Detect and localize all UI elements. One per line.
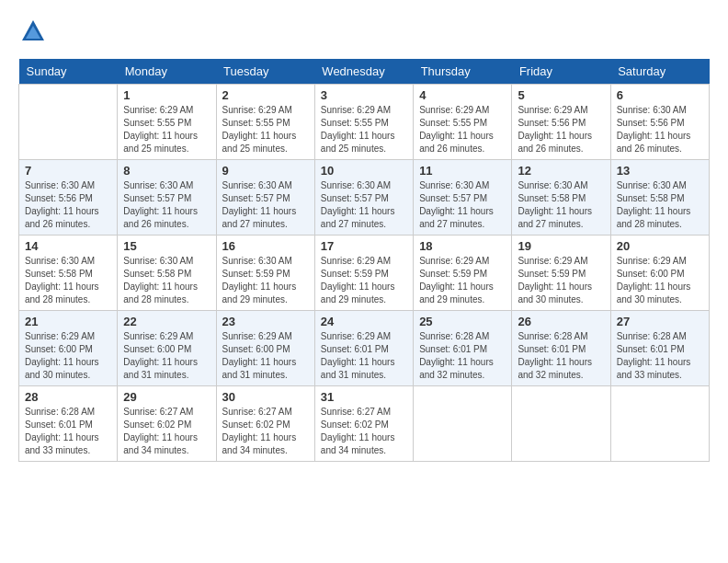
day-number: 27 (617, 315, 703, 328)
logo-icon (20, 18, 46, 44)
calendar-cell: 1Sunrise: 6:29 AM Sunset: 5:55 PM Daylig… (118, 85, 216, 160)
day-number: 24 (321, 315, 407, 328)
day-number: 14 (25, 239, 111, 253)
day-sun-info: Sunrise: 6:30 AM Sunset: 5:58 PM Dayligh… (123, 255, 210, 306)
day-number: 28 (25, 390, 111, 404)
day-of-week-header: Tuesday (216, 59, 314, 85)
day-sun-info: Sunrise: 6:28 AM Sunset: 6:01 PM Dayligh… (617, 330, 703, 382)
day-number: 2 (222, 88, 309, 102)
day-number: 23 (222, 315, 309, 328)
calendar-cell: 10Sunrise: 6:30 AM Sunset: 5:57 PM Dayli… (314, 160, 413, 236)
calendar-week-row: 28Sunrise: 6:28 AM Sunset: 6:01 PM Dayli… (19, 386, 710, 462)
day-sun-info: Sunrise: 6:29 AM Sunset: 5:55 PM Dayligh… (419, 104, 506, 155)
day-number: 5 (518, 88, 604, 102)
calendar-table: SundayMondayTuesdayWednesdayThursdayFrid… (18, 59, 710, 462)
calendar-cell: 30Sunrise: 6:27 AM Sunset: 6:02 PM Dayli… (216, 386, 314, 462)
day-sun-info: Sunrise: 6:29 AM Sunset: 6:00 PM Dayligh… (123, 330, 210, 382)
calendar-cell: 25Sunrise: 6:28 AM Sunset: 6:01 PM Dayli… (414, 311, 512, 386)
day-number: 18 (419, 239, 506, 253)
calendar-week-row: 21Sunrise: 6:29 AM Sunset: 6:00 PM Dayli… (19, 311, 710, 386)
day-number: 8 (123, 164, 210, 178)
calendar-week-row: 7Sunrise: 6:30 AM Sunset: 5:56 PM Daylig… (19, 160, 710, 236)
day-of-week-header: Monday (118, 59, 216, 85)
calendar-cell: 5Sunrise: 6:29 AM Sunset: 5:56 PM Daylig… (512, 85, 610, 160)
day-number: 6 (617, 88, 703, 102)
day-sun-info: Sunrise: 6:29 AM Sunset: 5:55 PM Dayligh… (222, 104, 309, 155)
calendar-cell: 12Sunrise: 6:30 AM Sunset: 5:58 PM Dayli… (512, 160, 610, 236)
day-sun-info: Sunrise: 6:29 AM Sunset: 5:55 PM Dayligh… (321, 104, 407, 155)
day-of-week-header: Wednesday (314, 59, 413, 85)
day-sun-info: Sunrise: 6:30 AM Sunset: 5:56 PM Dayligh… (25, 179, 111, 231)
day-number: 19 (518, 239, 604, 253)
day-number: 11 (419, 164, 506, 178)
day-number: 16 (222, 239, 309, 253)
calendar-cell: 15Sunrise: 6:30 AM Sunset: 5:58 PM Dayli… (118, 236, 216, 311)
calendar-cell: 29Sunrise: 6:27 AM Sunset: 6:02 PM Dayli… (118, 386, 216, 462)
calendar-cell: 11Sunrise: 6:30 AM Sunset: 5:57 PM Dayli… (414, 160, 512, 236)
day-number: 9 (222, 164, 309, 178)
calendar-cell (512, 386, 610, 462)
calendar-cell: 23Sunrise: 6:29 AM Sunset: 6:00 PM Dayli… (216, 311, 314, 386)
calendar-cell (414, 386, 512, 462)
day-number: 12 (518, 164, 604, 178)
day-number: 15 (123, 239, 210, 253)
day-sun-info: Sunrise: 6:30 AM Sunset: 5:58 PM Dayligh… (617, 179, 703, 231)
day-sun-info: Sunrise: 6:28 AM Sunset: 6:01 PM Dayligh… (518, 330, 604, 382)
calendar-cell: 20Sunrise: 6:29 AM Sunset: 6:00 PM Dayli… (610, 236, 709, 311)
day-number: 21 (25, 315, 111, 328)
calendar-cell: 21Sunrise: 6:29 AM Sunset: 6:00 PM Dayli… (19, 311, 118, 386)
day-number: 7 (25, 164, 111, 178)
calendar-cell: 14Sunrise: 6:30 AM Sunset: 5:58 PM Dayli… (19, 236, 118, 311)
logo (18, 18, 46, 50)
calendar-cell: 13Sunrise: 6:30 AM Sunset: 5:58 PM Dayli… (610, 160, 709, 236)
day-number: 29 (123, 390, 210, 404)
calendar-cell: 2Sunrise: 6:29 AM Sunset: 5:55 PM Daylig… (216, 85, 314, 160)
day-number: 30 (222, 390, 309, 404)
day-sun-info: Sunrise: 6:30 AM Sunset: 5:57 PM Dayligh… (419, 179, 506, 231)
day-number: 31 (321, 390, 407, 404)
day-sun-info: Sunrise: 6:28 AM Sunset: 6:01 PM Dayligh… (419, 330, 506, 382)
day-sun-info: Sunrise: 6:29 AM Sunset: 5:55 PM Dayligh… (123, 104, 210, 155)
calendar-cell: 6Sunrise: 6:30 AM Sunset: 5:56 PM Daylig… (610, 85, 709, 160)
day-sun-info: Sunrise: 6:27 AM Sunset: 6:02 PM Dayligh… (321, 406, 407, 457)
calendar-cell: 17Sunrise: 6:29 AM Sunset: 5:59 PM Dayli… (314, 236, 413, 311)
day-number: 10 (321, 164, 407, 178)
day-number: 25 (419, 315, 506, 328)
day-sun-info: Sunrise: 6:29 AM Sunset: 6:01 PM Dayligh… (321, 330, 407, 382)
day-number: 3 (321, 88, 407, 102)
day-number: 13 (617, 164, 703, 178)
day-sun-info: Sunrise: 6:30 AM Sunset: 5:56 PM Dayligh… (617, 104, 703, 155)
calendar-cell: 4Sunrise: 6:29 AM Sunset: 5:55 PM Daylig… (414, 85, 512, 160)
calendar-cell: 18Sunrise: 6:29 AM Sunset: 5:59 PM Dayli… (414, 236, 512, 311)
day-of-week-header: Thursday (414, 59, 512, 85)
day-sun-info: Sunrise: 6:29 AM Sunset: 5:56 PM Dayligh… (518, 104, 604, 155)
day-sun-info: Sunrise: 6:30 AM Sunset: 5:58 PM Dayligh… (518, 179, 604, 231)
page-header (18, 18, 710, 50)
calendar-cell: 7Sunrise: 6:30 AM Sunset: 5:56 PM Daylig… (19, 160, 118, 236)
day-sun-info: Sunrise: 6:30 AM Sunset: 5:57 PM Dayligh… (123, 179, 210, 231)
calendar-cell: 27Sunrise: 6:28 AM Sunset: 6:01 PM Dayli… (610, 311, 709, 386)
calendar-cell: 28Sunrise: 6:28 AM Sunset: 6:01 PM Dayli… (19, 386, 118, 462)
day-of-week-header: Saturday (610, 59, 709, 85)
day-sun-info: Sunrise: 6:28 AM Sunset: 6:01 PM Dayligh… (25, 406, 111, 457)
calendar-cell: 26Sunrise: 6:28 AM Sunset: 6:01 PM Dayli… (512, 311, 610, 386)
day-number: 17 (321, 239, 407, 253)
day-sun-info: Sunrise: 6:29 AM Sunset: 6:00 PM Dayligh… (617, 255, 703, 306)
day-sun-info: Sunrise: 6:29 AM Sunset: 5:59 PM Dayligh… (419, 255, 506, 306)
calendar-week-row: 14Sunrise: 6:30 AM Sunset: 5:58 PM Dayli… (19, 236, 710, 311)
day-number: 1 (123, 88, 210, 102)
day-number: 20 (617, 239, 703, 253)
calendar-cell: 31Sunrise: 6:27 AM Sunset: 6:02 PM Dayli… (314, 386, 413, 462)
day-sun-info: Sunrise: 6:30 AM Sunset: 5:57 PM Dayligh… (321, 179, 407, 231)
day-number: 22 (123, 315, 210, 328)
day-number: 4 (419, 88, 506, 102)
calendar-cell: 9Sunrise: 6:30 AM Sunset: 5:57 PM Daylig… (216, 160, 314, 236)
day-sun-info: Sunrise: 6:30 AM Sunset: 5:59 PM Dayligh… (222, 255, 309, 306)
day-sun-info: Sunrise: 6:29 AM Sunset: 6:00 PM Dayligh… (222, 330, 309, 382)
calendar-cell: 19Sunrise: 6:29 AM Sunset: 5:59 PM Dayli… (512, 236, 610, 311)
calendar-cell (610, 386, 709, 462)
calendar-cell: 22Sunrise: 6:29 AM Sunset: 6:00 PM Dayli… (118, 311, 216, 386)
day-sun-info: Sunrise: 6:30 AM Sunset: 5:58 PM Dayligh… (25, 255, 111, 306)
calendar-cell: 24Sunrise: 6:29 AM Sunset: 6:01 PM Dayli… (314, 311, 413, 386)
calendar-cell: 3Sunrise: 6:29 AM Sunset: 5:55 PM Daylig… (314, 85, 413, 160)
